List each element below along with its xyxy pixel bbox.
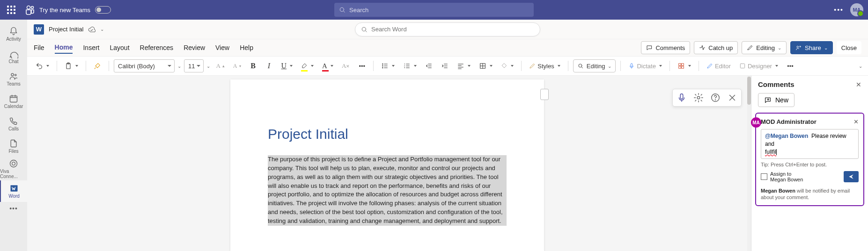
svg-text:3: 3 (404, 66, 405, 69)
rail-activity[interactable]: Activity (0, 23, 27, 45)
dictate-button[interactable]: Dictate (625, 59, 664, 72)
rail-label: Calls (8, 126, 19, 131)
decrease-indent-button[interactable] (422, 59, 435, 72)
tab-insert[interactable]: Insert (83, 42, 99, 53)
shrink-font-button[interactable]: A▾ (230, 59, 244, 72)
word-search-box[interactable] (355, 22, 540, 36)
phone-icon (9, 116, 18, 126)
editor-button[interactable]: Editor (704, 59, 734, 72)
new-comment-button[interactable]: New (758, 93, 794, 107)
numbering-button[interactable]: 123 (400, 59, 419, 72)
rail-label: Chat (8, 59, 18, 64)
font-name-select[interactable]: Calibri (Body) (114, 59, 175, 72)
comment-text-input[interactable]: @Megan Bowen Please review and fullfil (761, 129, 859, 159)
comment-notify-text: Megan Bowen will be notified by email ab… (761, 187, 859, 201)
svg-point-1 (27, 6, 30, 9)
tab-layout[interactable]: Layout (110, 42, 129, 53)
bell-icon (9, 27, 18, 36)
title-chevron-icon[interactable]: ⌄ (100, 27, 104, 32)
close-comment-icon[interactable]: ✕ (853, 118, 859, 125)
more-options-icon[interactable]: ••• (834, 6, 844, 14)
collapse-ribbon-icon[interactable]: ⌄ (859, 64, 862, 69)
assign-label: Assign toMegan Bowen (770, 171, 803, 182)
mic-icon[interactable] (677, 93, 687, 103)
increase-indent-button[interactable] (438, 59, 451, 72)
gear-icon[interactable] (693, 93, 704, 103)
svg-rect-26 (682, 66, 684, 69)
find-editing-button[interactable]: Editing⌄ (573, 59, 616, 72)
vertical-scrollbar[interactable] (747, 76, 751, 251)
more-toolbar-button[interactable]: ••• (784, 59, 797, 72)
undo-button[interactable] (33, 59, 52, 72)
user-avatar[interactable]: MA (850, 3, 863, 16)
highlight-button[interactable] (298, 59, 316, 72)
document-heading[interactable]: Project Initial (268, 126, 507, 142)
share-button[interactable]: Share⌄ (790, 41, 833, 54)
tab-review[interactable]: Review (184, 42, 205, 53)
document-body[interactable]: The purpose of this project is to define… (268, 155, 507, 226)
teams-search-box[interactable] (334, 3, 534, 17)
shading-button[interactable] (498, 59, 516, 72)
catch-up-button[interactable]: Catch up (694, 41, 738, 54)
tab-help[interactable]: Help (240, 42, 253, 53)
grow-font-button[interactable]: A▴ (213, 59, 227, 72)
editing-mode-button[interactable]: Editing⌄ (742, 41, 787, 54)
rail-viva[interactable]: Viva Conne... (0, 158, 27, 179)
svg-rect-24 (682, 64, 684, 66)
tab-references[interactable]: References (140, 42, 174, 53)
teams-search-input[interactable] (349, 7, 529, 14)
rail-more-icon[interactable]: ••• (9, 205, 18, 212)
comment-anchor-icon[interactable] (540, 89, 549, 100)
svg-point-0 (31, 7, 34, 9)
mention[interactable]: @Megan Bowen (765, 133, 808, 139)
comments-button[interactable]: Comments (641, 41, 690, 54)
send-icon (848, 173, 854, 180)
svg-point-15 (383, 65, 383, 66)
document-canvas[interactable]: Project Initial The purpose of this proj… (27, 76, 751, 251)
app-launcher-icon[interactable] (5, 3, 18, 16)
bucket-icon (501, 63, 508, 69)
italic-button[interactable]: I (263, 59, 276, 72)
table-button[interactable] (476, 59, 495, 72)
scrollbar-thumb[interactable] (747, 77, 751, 105)
assign-checkbox[interactable] (761, 173, 767, 180)
send-comment-button[interactable] (844, 171, 859, 182)
bullets-button[interactable] (378, 59, 397, 72)
format-painter-button[interactable] (91, 59, 104, 72)
layout-grid-button[interactable] (675, 59, 694, 72)
designer-button[interactable]: Designer (736, 59, 781, 72)
tab-home[interactable]: Home (55, 42, 73, 54)
more-font-button[interactable]: ••• (355, 59, 368, 72)
clear-format-button[interactable]: A✕ (339, 59, 353, 72)
rail-teams[interactable]: Teams (0, 68, 27, 90)
svg-rect-22 (631, 64, 633, 67)
document-title[interactable]: Project Initial (49, 26, 83, 33)
word-search-input[interactable] (371, 26, 534, 33)
close-panel-icon[interactable]: ✕ (856, 81, 861, 88)
align-button[interactable] (454, 59, 473, 72)
rail-files[interactable]: Files (0, 136, 27, 157)
bold-button[interactable]: B (247, 59, 260, 72)
numbering-icon: 123 (403, 62, 411, 70)
search-icon (577, 63, 584, 69)
paste-button[interactable] (62, 59, 81, 72)
close-button[interactable]: Close (837, 41, 861, 54)
svg-rect-5 (10, 96, 17, 102)
svg-point-6 (10, 160, 17, 167)
try-new-teams-toggle[interactable] (95, 6, 111, 14)
help-icon[interactable] (710, 93, 721, 103)
rail-chat[interactable]: Chat (0, 46, 27, 67)
font-size-select[interactable]: 11 (184, 59, 204, 72)
tab-file[interactable]: File (34, 42, 44, 53)
styles-button[interactable]: Styles (526, 59, 563, 72)
rail-calendar[interactable]: Calendar (0, 91, 27, 112)
rail-calls[interactable]: Calls (0, 113, 27, 135)
tab-view[interactable]: View (215, 42, 229, 53)
rail-word[interactable]: Word (0, 180, 27, 202)
editor-icon (706, 63, 713, 69)
underline-button[interactable]: U (279, 59, 296, 72)
teams-logo-icon (24, 4, 36, 15)
font-color-button[interactable]: A (319, 59, 336, 72)
document-page[interactable]: Project Initial The purpose of this proj… (230, 79, 544, 251)
close-icon[interactable] (727, 93, 737, 103)
